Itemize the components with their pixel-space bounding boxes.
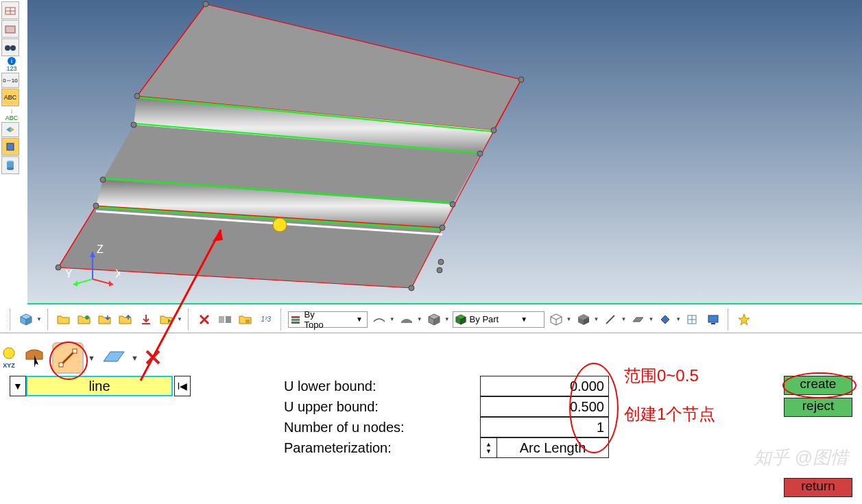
wireframe-cube-icon[interactable]	[547, 311, 565, 328]
rectangle-select-icon[interactable]	[1, 138, 19, 156]
svg-rect-37	[5, 26, 15, 33]
abc-green-icon[interactable]: ↓ABC	[1, 107, 22, 121]
selector-iso-icon[interactable]	[17, 311, 35, 328]
abc-yellow-icon[interactable]: ABC	[1, 88, 19, 106]
monitor-icon[interactable]	[704, 311, 722, 328]
run-icon[interactable]	[158, 311, 176, 328]
svg-point-21	[100, 177, 106, 182]
import-file-icon[interactable]	[96, 311, 114, 328]
svg-point-43	[7, 167, 14, 170]
renumber-icon[interactable]: 1²3	[257, 311, 275, 328]
svg-line-52	[606, 315, 614, 324]
line-tool-dropdown[interactable]: ▼	[88, 354, 95, 362]
shaded-icon[interactable]	[398, 311, 416, 328]
3d-viewport[interactable]: X Y Z	[27, 0, 862, 304]
action-buttons: create reject	[784, 376, 852, 417]
svg-point-15	[518, 77, 524, 82]
svg-point-27	[437, 267, 442, 273]
svg-point-25	[56, 265, 61, 270]
svg-point-38	[5, 45, 10, 51]
svg-rect-40	[7, 143, 14, 150]
model-geometry	[27, 0, 862, 303]
svg-rect-50	[291, 319, 300, 321]
info-123-icon[interactable]: i123	[1, 57, 22, 72]
secondary-toolbar: XYZ ▼ ▼	[1, 343, 162, 373]
reject-button[interactable]: reject	[784, 398, 852, 417]
selection-reset-button[interactable]: I◀	[174, 376, 191, 396]
by-topo-dropdown[interactable]: By Topo ▼	[288, 311, 368, 328]
u-upper-label: U upper bound:	[284, 396, 405, 417]
num-u-input[interactable]: 1	[480, 417, 609, 437]
svg-point-14	[203, 1, 208, 7]
hidden-line-icon[interactable]	[370, 311, 388, 328]
svg-rect-48	[246, 320, 250, 323]
line-tool-button[interactable]	[52, 342, 84, 374]
num-u-label: Number of u nodes:	[284, 417, 405, 437]
color-toggle-icon[interactable]	[1, 122, 19, 137]
svg-point-39	[10, 45, 16, 51]
u-upper-input[interactable]: 0.500	[480, 396, 609, 417]
selection-row: ▼ line I◀	[10, 376, 191, 396]
svg-point-18	[477, 151, 483, 156]
delete-x-icon[interactable]	[195, 311, 213, 328]
svg-rect-56	[708, 315, 718, 322]
selection-current-button[interactable]: line	[26, 376, 173, 396]
svg-point-19	[131, 122, 136, 128]
svg-point-20	[450, 202, 455, 207]
svg-point-22	[440, 225, 445, 230]
svg-point-23	[93, 203, 99, 208]
grid-unshaded-icon[interactable]	[1, 20, 19, 38]
svg-point-17	[134, 93, 140, 99]
u-lower-label: U lower bound:	[284, 376, 405, 396]
svg-point-13	[273, 218, 287, 232]
svg-point-58	[3, 348, 14, 359]
cylinder-primitive-icon[interactable]	[1, 156, 19, 174]
watermark: 知乎 @图惜	[754, 446, 848, 470]
surface-tool-button[interactable]	[101, 348, 127, 369]
line-tool-icon[interactable]	[601, 311, 619, 328]
xyz-nodes-button[interactable]: XYZ	[1, 347, 16, 369]
iso-view-icon[interactable]	[425, 311, 443, 328]
parameter-inputs: 0.000 0.500 1 ▲▼ Arc Length	[480, 376, 609, 458]
annotation-range-text: 范围0~0.5	[624, 365, 699, 387]
diamond-icon[interactable]	[656, 311, 674, 328]
parameter-labels: U lower bound: U upper bound: Number of …	[284, 376, 405, 458]
surface-tool-dropdown[interactable]: ▼	[131, 354, 139, 362]
shaded-cube-icon[interactable]	[575, 311, 592, 328]
replace-icon[interactable]	[216, 311, 234, 328]
svg-rect-47	[226, 316, 231, 323]
annotation-create-node-text: 创建1个节点	[624, 403, 715, 425]
svg-rect-46	[219, 316, 224, 323]
measure-icon[interactable]: 0↔10	[1, 73, 19, 88]
param-mode-select[interactable]: Arc Length	[496, 437, 609, 458]
return-button[interactable]: return	[784, 478, 852, 497]
create-button[interactable]: create	[784, 376, 852, 395]
open-file-icon[interactable]	[55, 311, 73, 328]
svg-point-16	[491, 128, 496, 133]
svg-rect-60	[59, 363, 63, 367]
selector-dropdown[interactable]: ▼	[36, 316, 42, 322]
u-lower-input[interactable]: 0.000	[480, 376, 609, 396]
svg-point-26	[438, 259, 444, 265]
svg-point-24	[409, 285, 414, 291]
save-file-icon[interactable]	[75, 311, 93, 328]
main-toolbar: ▼ ▼ 1²3 By Topo ▼ ▼ ▼ ▼ By Part ▼ ▼ ▼ ▼ …	[0, 306, 862, 333]
delete-x-button[interactable]	[144, 348, 162, 368]
left-toolbar: i123 0↔10 ABC ↓ABC	[1, 1, 22, 174]
svg-rect-51	[291, 322, 300, 324]
svg-rect-49	[291, 316, 300, 318]
by-part-dropdown[interactable]: By Part ▼	[453, 311, 544, 328]
plane-icon[interactable]	[629, 311, 647, 328]
svg-point-44	[85, 315, 89, 320]
export-file-icon[interactable]	[117, 311, 134, 328]
binoculars-icon[interactable]	[1, 38, 19, 56]
grid-perspective-icon[interactable]	[1, 1, 19, 19]
favorite-star-icon[interactable]	[735, 311, 753, 328]
load-icon[interactable]	[137, 311, 155, 328]
cursor-select-button[interactable]	[22, 346, 47, 371]
selection-dropdown-toggle[interactable]: ▼	[10, 376, 26, 396]
param-mode-spinner[interactable]: ▲▼	[480, 437, 496, 458]
file-ops-dropdown[interactable]: ▼	[177, 316, 182, 322]
mesh-check-icon[interactable]	[684, 311, 702, 328]
organize-icon[interactable]	[237, 311, 254, 328]
